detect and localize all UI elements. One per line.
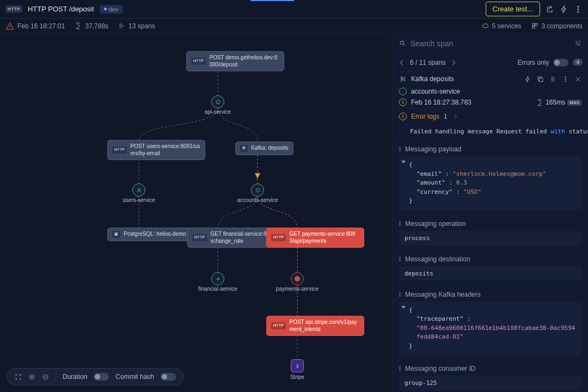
db-icon: ▣ [112, 231, 120, 238]
node-stripe-post[interactable]: HTTP POST api.stripe.com/v1/payment_inte… [266, 316, 364, 336]
node-users-post[interactable]: HTTP POST users-service:8081/users/by-em… [107, 140, 205, 160]
svg-point-19 [565, 78, 566, 79]
span-timestamp: Feb 16 18:27:38.783 [411, 99, 471, 106]
zoom-in-icon[interactable] [28, 373, 35, 381]
section-consumer-id: Messaging consumer ID [393, 360, 588, 376]
section-messaging-operation: Messaging operation [393, 216, 588, 231]
svg-rect-17 [539, 78, 543, 82]
service-icon [399, 88, 407, 95]
prev-span-button[interactable] [398, 59, 406, 66]
+[interactable] [291, 272, 304, 285]
topbar: HTTP HTTP POST /deposit dev Create test.… [0, 0, 588, 19]
payload-json[interactable]: { "email" : "sherlock.holmes@mom.corp" "… [399, 156, 581, 210]
service-label-api: api-service [205, 109, 231, 115]
trace-graph-canvas[interactable]: HTTP POST demo.gethelios.dev:8080/deposi… [0, 34, 392, 392]
svg-rect-5 [532, 26, 535, 28]
canvas-controls: Duration Commit hash [7, 368, 184, 385]
svg-point-11 [400, 41, 404, 45]
warning-icon: ! [399, 113, 407, 120]
service-node-financial[interactable] [211, 272, 224, 285]
caret-down-icon[interactable] [401, 161, 406, 163]
section-kafka-headers: Messaging Kafka headers [393, 286, 588, 302]
service-node-accounts[interactable] [251, 183, 264, 197]
service-node-api[interactable] [211, 95, 224, 108]
warning-icon: ! [399, 99, 407, 106]
commit-toggle-label: Commit hash [115, 373, 154, 381]
service-node-stripe[interactable] [291, 359, 304, 372]
svg-point-18 [565, 77, 566, 77]
timer-icon [75, 22, 82, 29]
svg-point-13 [401, 80, 402, 81]
errors-only-label: Errors only [517, 59, 549, 66]
service-label-users: users-service [122, 197, 155, 203]
share-icon[interactable] [546, 5, 554, 14]
create-test-button[interactable]: Create test... [486, 2, 540, 16]
sliders-icon[interactable] [574, 40, 581, 47]
env-pill[interactable]: dev [100, 5, 123, 14]
kafka-icon [399, 75, 407, 83]
section-messaging-destination: Messaging destination [393, 251, 588, 266]
trace-duration: 37.788s [85, 22, 108, 30]
trace-spans: 13 spans [128, 22, 155, 30]
node-payments-get[interactable]: HTTP GET payments-service:8083/api/payme… [266, 228, 364, 248]
graph-edges [0, 34, 392, 392]
layout-icon[interactable] [549, 76, 556, 83]
node-kafka-deposits[interactable]: ✱ Kafka: deposits [235, 142, 293, 155]
error-logs-label: Error logs [411, 113, 439, 120]
duration-toggle[interactable] [94, 373, 109, 381]
service-label-accounts: accounts-service [237, 197, 278, 203]
kebab-icon[interactable] [574, 5, 583, 14]
span-latency: 165ms [546, 99, 565, 106]
next-span-button[interactable] [450, 59, 457, 66]
commit-toggle[interactable] [161, 373, 176, 381]
section-messaging-payload: Messaging payload [393, 141, 588, 156]
svg-rect-4 [535, 23, 537, 26]
error-logs-count: 1 [444, 113, 448, 120]
error-log-line: Failed handling message Request failed w… [393, 125, 588, 140]
svg-point-15 [404, 77, 405, 78]
caret-down-icon[interactable] [401, 306, 406, 309]
kafka-headers-json[interactable]: { "traceparent" : "00-648ea9600116f661e1… [399, 302, 581, 356]
svg-point-2 [578, 11, 579, 12]
errors-only-toggle[interactable] [553, 59, 568, 66]
svg-marker-6 [255, 173, 260, 179]
kafka-icon: ✱ [240, 145, 248, 152]
span-title: Kafka deposits [411, 75, 454, 83]
latency-max-badge: MAX [567, 100, 581, 106]
chevron-right-icon[interactable] [452, 113, 459, 120]
close-icon[interactable] [574, 76, 581, 83]
service-label-payments: payments-service [276, 286, 318, 292]
svg-rect-3 [532, 23, 535, 26]
fit-icon[interactable] [15, 373, 22, 381]
span-panel: 6 / 11 spans Errors only 4 Kafka deposit… [392, 34, 588, 392]
node-postgres[interactable]: ▣ PostgreSQL: helios-demo [107, 228, 191, 241]
svg-point-8 [256, 188, 259, 192]
zoom-out-icon[interactable] [42, 373, 49, 381]
copy-icon[interactable] [537, 76, 544, 83]
consumer-id-value[interactable]: group-125 [399, 376, 581, 390]
page-title: HTTP POST /deposit [28, 5, 94, 13]
components-count: 3 components [542, 22, 583, 30]
svg-point-20 [565, 81, 566, 81]
svg-point-7 [216, 100, 219, 103]
error-logs-section: ! Error logs 1 Failed handling message R… [393, 108, 588, 141]
span-service: accounts-service [411, 88, 460, 95]
bolt-icon[interactable] [524, 76, 531, 83]
kebab-icon[interactable] [562, 76, 569, 83]
svg-point-1 [578, 9, 579, 10]
search-input[interactable] [411, 39, 570, 48]
service-node-users[interactable] [132, 183, 145, 197]
services-count: 5 services [492, 22, 522, 30]
span-position: 6 / 11 spans [410, 59, 445, 66]
messaging-operation-value[interactable]: process [399, 231, 581, 246]
node-root-request[interactable]: HTTP POST demo.gethelios.dev:8080/deposi… [186, 51, 284, 71]
timer-icon [536, 99, 543, 106]
bolt-icon[interactable] [560, 5, 568, 14]
warning-icon [5, 22, 14, 30]
messaging-destination-value[interactable]: deposits [399, 266, 581, 281]
cloud-icon [482, 22, 489, 29]
trace-timestamp: Feb 16 18:27:01 [17, 22, 65, 30]
search-icon [399, 40, 406, 47]
service-label-stripe: Stripe [290, 374, 304, 380]
svg-point-0 [578, 6, 579, 7]
